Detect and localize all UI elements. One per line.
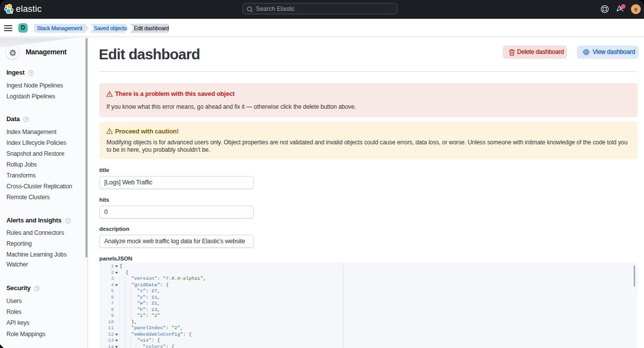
svg-text:e: e [634,6,638,13]
